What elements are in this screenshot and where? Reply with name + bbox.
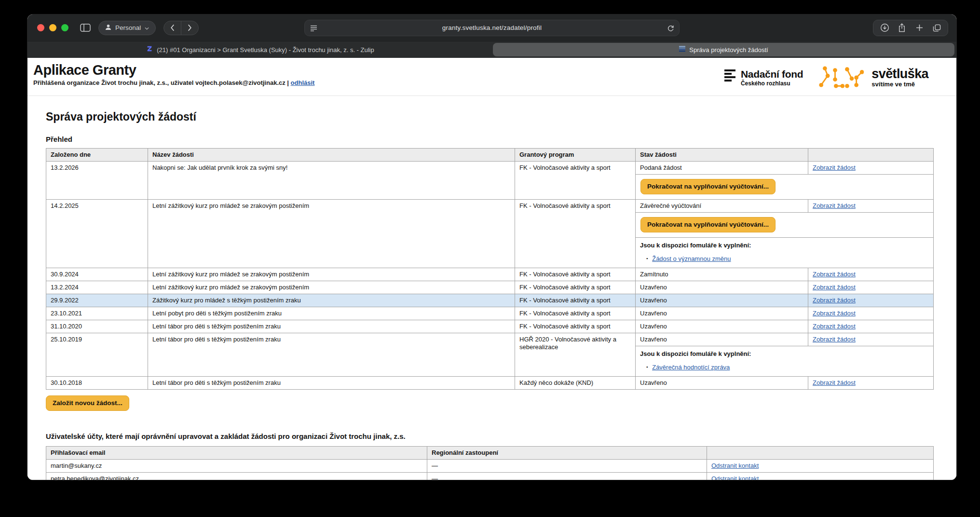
application-status: Zamítnuto [636, 268, 808, 281]
session-line: Přihlášená organizace Život trochu jinak… [33, 79, 314, 86]
application-name: Zážitkový kurz pro mládež s těžkým posti… [148, 294, 515, 307]
share-icon[interactable] [893, 20, 911, 36]
application-program: FK - Volnočasové aktivity a sport [515, 320, 636, 333]
application-date: 13.2.2024 [46, 281, 148, 294]
forms-list-item: Závěrečná hodnotící zpráva [646, 363, 929, 371]
application-actions: Zobrazit žádost [808, 333, 934, 346]
application-program: FK - Volnočasové aktivity a sport [515, 281, 636, 294]
view-application-link[interactable]: Zobrazit žádost [813, 271, 856, 278]
reload-icon[interactable] [667, 25, 674, 33]
profile-switcher[interactable]: Personal [98, 21, 156, 35]
view-application-link[interactable]: Zobrazit žádost [813, 379, 856, 386]
close-window-button[interactable] [37, 24, 44, 31]
traffic-lights [37, 24, 68, 31]
view-application-link[interactable]: Zobrazit žádost [813, 310, 856, 317]
url-text: granty.svetluska.net/zadatel/profil [305, 24, 679, 31]
forward-button[interactable] [181, 21, 198, 35]
applications-table: Založeno dneNázev žádostiGrantový progra… [46, 148, 934, 390]
zoom-window-button[interactable] [61, 24, 68, 31]
column-header [707, 447, 934, 460]
reader-icon[interactable] [310, 25, 317, 33]
application-date: 31.10.2020 [46, 320, 148, 333]
application-date: 14.2.2025 [46, 200, 148, 268]
application-date: 29.9.2022 [46, 294, 148, 307]
application-name: Letní tábor pro děti s těžkým postižením… [148, 320, 515, 333]
application-actions: Zobrazit žádost [808, 307, 934, 320]
column-header: Přihlašovací email [46, 447, 427, 460]
view-application-link[interactable]: Zobrazit žádost [813, 323, 856, 330]
application-status: Uzavřeno [636, 377, 808, 390]
nadacni-fond-title: Nadační fond [741, 69, 803, 80]
applications-table-header: Založeno dneNázev žádostiGrantový progra… [46, 149, 934, 162]
accounts-heading: Uživatelské účty, které mají oprávnění u… [46, 432, 933, 440]
view-application-link[interactable]: Zobrazit žádost [813, 297, 856, 304]
application-actions: Zobrazit žádost [808, 162, 934, 175]
column-header: Stav žádosti [636, 149, 808, 162]
safari-window: Personal granty.svetluska.net/zadatel/pr… [27, 14, 956, 480]
column-header: Regionální zastoupení [427, 447, 707, 460]
application-program: FK - Volnočasové aktivity a sport [515, 307, 636, 320]
form-link[interactable]: Závěrečná hodnotící zpráva [652, 364, 730, 371]
application-status: Uzavřeno [636, 320, 808, 333]
account-email: martin@sukany.cz [46, 460, 427, 473]
application-row: 23.10.2021Letní pobyt pro děti s těžkým … [46, 307, 934, 320]
application-program: Každý něco dokáže (KND) [515, 377, 636, 390]
column-header: Název žádosti [148, 149, 515, 162]
sidebar-toggle-icon[interactable] [80, 24, 91, 32]
view-application-link[interactable]: Zobrazit žádost [813, 284, 856, 291]
account-region: — [427, 460, 707, 473]
column-header: Založeno dne [46, 149, 148, 162]
column-header: Grantový program [515, 149, 636, 162]
profile-label: Personal [115, 24, 141, 31]
application-date: 13.2.2026 [46, 162, 148, 200]
chevron-down-icon [145, 24, 149, 31]
navigation-buttons [163, 21, 199, 35]
session-text: Přihlášená organizace Život trochu jinak… [33, 79, 289, 86]
main-area: Správa projektových žádostí Přehled Zalo… [27, 96, 956, 480]
remove-contact-link[interactable]: Odstranit kontakt [711, 462, 759, 469]
zulip-icon [146, 45, 153, 54]
view-application-link[interactable]: Zobrazit žádost [813, 202, 856, 209]
application-row: 30.9.2024Letní zážitkový kurz pro mládež… [46, 268, 934, 281]
application-status: Závěrečné vyúčtování [636, 200, 808, 213]
application-actions: Zobrazit žádost [808, 268, 934, 281]
minimize-window-button[interactable] [49, 24, 56, 31]
nadacni-fond-logo: Nadační fond Českého rozhlasu [724, 69, 803, 87]
site-header: Aplikace Granty Přihlášená organizace Ži… [27, 58, 956, 96]
forms-list: Závěrečná hodnotící zpráva [640, 363, 929, 371]
logout-link[interactable]: odhlásit [291, 79, 315, 86]
partner-logos: Nadační fond Českého rozhlasu [724, 65, 928, 91]
person-icon [105, 24, 111, 32]
application-name: Letní tábor pro děti s těžkým postižením… [148, 333, 515, 377]
application-program: FK - Volnočasové aktivity a sport [515, 162, 636, 200]
address-bar[interactable]: granty.svetluska.net/zadatel/profil [304, 20, 680, 36]
svetluska-logo: světluška svítíme ve tmě [817, 65, 928, 91]
view-application-link[interactable]: Zobrazit žádost [813, 164, 856, 171]
form-link[interactable]: Žádost o významnou změnu [652, 255, 731, 262]
tab-sprava-zadosti[interactable]: Správa projektových žádostí [493, 43, 954, 56]
application-row: 30.10.2018Letní tábor pro děti s těžkým … [46, 377, 934, 390]
view-application-link[interactable]: Zobrazit žádost [813, 336, 856, 343]
application-date: 23.10.2021 [46, 307, 148, 320]
tab-title: Správa projektových žádostí [689, 46, 768, 54]
application-date: 30.10.2018 [46, 377, 148, 390]
new-application-button[interactable]: Založit novou žádost... [46, 395, 129, 411]
application-actions: Zobrazit žádost [808, 294, 934, 307]
tab-zulip[interactable]: (21) #01 Organizacni > Grant Svetluska (… [29, 43, 491, 56]
remove-contact-link[interactable]: Odstranit kontakt [711, 475, 759, 480]
application-actions: Zobrazit žádost [808, 377, 934, 390]
application-name: Letní zážitkový kurz pro mládež se zrako… [148, 281, 515, 294]
application-date: 30.9.2024 [46, 268, 148, 281]
application-row: 13.2.2026Nakopni se: Jak udělat prvník k… [46, 162, 934, 175]
application-row: 31.10.2020Letní tábor pro děti s těžkým … [46, 320, 934, 333]
application-row: 25.10.2019Letní tábor pro děti s těžkým … [46, 333, 934, 346]
application-row: 13.2.2024Letní zážitkový kurz pro mládež… [46, 281, 934, 294]
back-button[interactable] [164, 21, 181, 35]
continue-settlement-button[interactable]: Pokračovat na vyplňování vyúčtování... [640, 179, 776, 194]
new-tab-icon[interactable] [911, 20, 928, 36]
account-row: martin@sukany.cz—Odstranit kontakt [46, 460, 934, 473]
downloads-icon[interactable] [876, 20, 893, 36]
tab-overview-icon[interactable] [928, 20, 945, 36]
browser-toolbar: Personal granty.svetluska.net/zadatel/pr… [27, 14, 956, 41]
continue-settlement-button[interactable]: Pokračovat na vyplňování vyúčtování... [640, 217, 776, 232]
